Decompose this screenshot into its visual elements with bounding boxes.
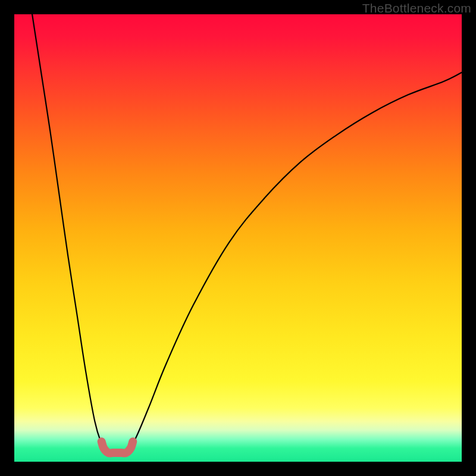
chart-plot-area	[14, 14, 462, 462]
chart-svg	[14, 14, 462, 462]
watermark-text: TheBottleneck.com	[362, 1, 471, 15]
curve-left-branch	[32, 14, 111, 453]
curve-bottom-u-highlight	[102, 441, 133, 453]
curve-right-branch	[126, 73, 462, 453]
